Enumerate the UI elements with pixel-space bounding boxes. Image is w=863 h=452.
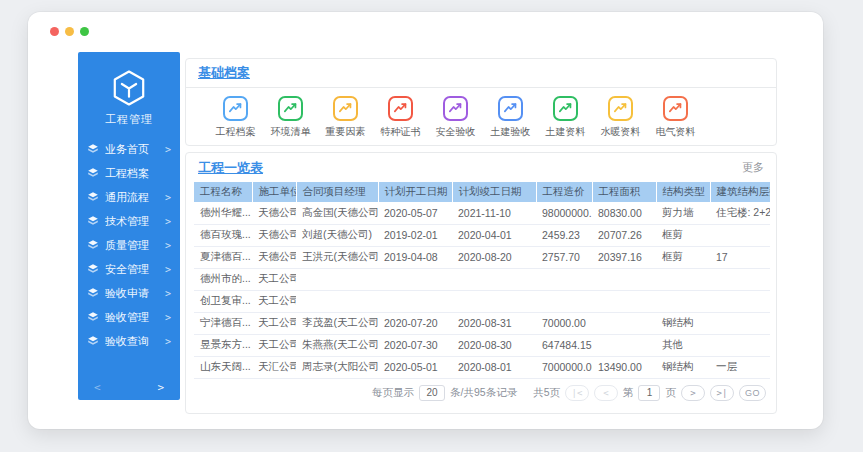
table-row[interactable]: 德州华耀... 天德公司 高金国(天德公司) 2020-05-07 2021-1… <box>194 202 770 224</box>
table-row[interactable]: 山东天阔... 天汇公司 周志录(大阳公司) 2020-05-01 2020-0… <box>194 356 770 378</box>
table-cell: 天德公司 <box>252 224 296 246</box>
project-table: 工程名称 施工单位 合同项目经理 计划开工日期 计划竣工日期 工程造价 工程面积… <box>194 182 770 379</box>
table-cell: 98000000.... <box>536 202 592 224</box>
box-icon <box>87 335 99 347</box>
main-content: 基础档案 工程档案 环境清单 重要因素 特种证书 <box>185 58 777 414</box>
col-structure-type: 结构类型 <box>656 182 710 202</box>
chevron-right-icon: > <box>165 288 171 299</box>
more-link[interactable]: 更多 <box>742 160 764 175</box>
tile-special-certificates[interactable]: 特种证书 <box>373 96 428 139</box>
tile-safety-acceptance[interactable]: 安全验收 <box>428 96 483 139</box>
prev-page-button[interactable]: < <box>594 385 618 401</box>
sidebar-item-label: 业务首页 <box>105 142 165 157</box>
col-project-name: 工程名称 <box>194 182 252 202</box>
minimize-button[interactable] <box>65 27 74 36</box>
page-prefix-label: 第 <box>623 386 634 400</box>
sidebar-prev-icon[interactable]: < <box>94 381 101 394</box>
table-cell: 框剪 <box>656 246 710 268</box>
table-cell: 7000000.00 <box>536 356 592 378</box>
chevron-right-icon: > <box>165 192 171 203</box>
table-row[interactable]: 夏津德百... 天德公司 王洪元(天德公司) 2019-04-08 2020-0… <box>194 246 770 268</box>
chevron-right-icon: > <box>165 216 171 227</box>
col-construction-unit: 施工单位 <box>252 182 296 202</box>
sidebar-item-acceptance-mgmt[interactable]: 验收管理 > <box>78 305 180 329</box>
last-page-button[interactable]: >| <box>710 385 734 401</box>
table-cell <box>296 290 378 312</box>
tile-important-factors[interactable]: 重要因素 <box>318 96 373 139</box>
table-cell: 德百玫瑰... <box>194 224 252 246</box>
col-planned-start: 计划开工日期 <box>378 182 452 202</box>
table-row[interactable]: 创卫复审... 天工公司 <box>194 290 770 312</box>
go-button[interactable]: GO <box>739 385 766 401</box>
tile-civil-data[interactable]: 土建资料 <box>538 96 593 139</box>
tile-electrical-data[interactable]: 电气资料 <box>648 96 703 139</box>
table-cell: 2020-04-01 <box>452 224 536 246</box>
sidebar-item-safety-mgmt[interactable]: 安全管理 > <box>78 257 180 281</box>
archive-tiles: 工程档案 环境清单 重要因素 特种证书 安全验收 <box>186 88 776 139</box>
sidebar-item-quality-mgmt[interactable]: 质量管理 > <box>78 233 180 257</box>
table-cell: 创卫复审... <box>194 290 252 312</box>
tile-label: 工程档案 <box>216 125 256 139</box>
trend-chart-icon <box>333 96 358 121</box>
box-icon <box>87 167 99 179</box>
col-project-area: 工程面积 <box>592 182 656 202</box>
project-list-title-link[interactable]: 工程一览表 <box>198 159 263 177</box>
table-cell <box>592 290 656 312</box>
table-row[interactable]: 德百玫瑰... 天德公司 刘超(天德公司) 2019-02-01 2020-04… <box>194 224 770 246</box>
table-cell: 2019-04-08 <box>378 246 452 268</box>
per-page-input[interactable] <box>419 385 445 401</box>
app-title: 工程管理 <box>78 112 180 127</box>
tile-civil-acceptance[interactable]: 土建验收 <box>483 96 538 139</box>
close-button[interactable] <box>50 27 59 36</box>
table-cell: 17 <box>710 246 770 268</box>
page-number-input[interactable] <box>638 385 660 401</box>
chevron-right-icon: > <box>165 312 171 323</box>
basic-archives-title-link[interactable]: 基础档案 <box>198 64 250 82</box>
zoom-button[interactable] <box>80 27 89 36</box>
sidebar-item-acceptance-apply[interactable]: 验收申请 > <box>78 281 180 305</box>
table-cell: 647484.15 <box>536 334 592 356</box>
table-cell: 夏津德百... <box>194 246 252 268</box>
sidebar-item-technical-mgmt[interactable]: 技术管理 > <box>78 209 180 233</box>
sidebar-next-icon[interactable]: > <box>157 381 164 394</box>
col-contract-manager: 合同项目经理 <box>296 182 378 202</box>
table-cell: 周志录(大阳公司) <box>296 356 378 378</box>
table-cell: 王洪元(天德公司) <box>296 246 378 268</box>
table-cell: 山东天阔... <box>194 356 252 378</box>
table-row[interactable]: 宁津德百... 天工公司 李茂盈(天工公司) 2020-07-20 2020-0… <box>194 312 770 334</box>
next-page-button[interactable]: > <box>681 385 705 401</box>
trend-chart-icon <box>443 96 468 121</box>
sidebar-item-label: 验收查询 <box>105 334 165 349</box>
table-cell <box>536 268 592 290</box>
table-cell: 2020-05-07 <box>378 202 452 224</box>
sidebar-item-label: 工程档案 <box>105 166 171 181</box>
table-cell: 70000.00 <box>536 312 592 334</box>
table-cell: 天汇公司 <box>252 356 296 378</box>
table-row[interactable]: 德州市的... 天工公司 <box>194 268 770 290</box>
project-list-card: 工程一览表 更多 工程名称 施工单位 合同项目经理 计划开工日期 计划竣工日期 <box>185 152 777 414</box>
tile-project-archives[interactable]: 工程档案 <box>208 96 263 139</box>
records-label: 条/共95条记录 <box>450 386 517 400</box>
first-page-button[interactable]: |< <box>565 385 589 401</box>
tile-environment-list[interactable]: 环境清单 <box>263 96 318 139</box>
table-cell: 20397.16 <box>592 246 656 268</box>
table-cell: 李茂盈(天工公司) <box>296 312 378 334</box>
sidebar-item-project-archives[interactable]: 工程档案 <box>78 161 180 185</box>
table-cell: 2020-07-30 <box>378 334 452 356</box>
sidebar-item-business-home[interactable]: 业务首页 > <box>78 137 180 161</box>
sidebar-pager: < > <box>78 374 180 400</box>
sidebar-item-acceptance-query[interactable]: 验收查询 > <box>78 329 180 353</box>
tile-plumbing-data[interactable]: 水暖资料 <box>593 96 648 139</box>
table-cell: 2019-02-01 <box>378 224 452 246</box>
sidebar-item-general-process[interactable]: 通用流程 > <box>78 185 180 209</box>
table-row[interactable]: 昱景东方... 天工公司 朱燕燕(天工公司) 2020-07-30 2020-0… <box>194 334 770 356</box>
table-cell <box>296 268 378 290</box>
table-cell: 80830.00 <box>592 202 656 224</box>
trend-chart-icon <box>498 96 523 121</box>
table-cell <box>710 334 770 356</box>
table-cell: 高金国(天德公司) <box>296 202 378 224</box>
table-cell: 2020-08-31 <box>452 312 536 334</box>
pagination-bar: 每页显示 条/共95条记录 共5页 |< < 第 页 > >| GO <box>186 379 776 407</box>
table-cell: 朱燕燕(天工公司) <box>296 334 378 356</box>
trend-chart-icon <box>278 96 303 121</box>
